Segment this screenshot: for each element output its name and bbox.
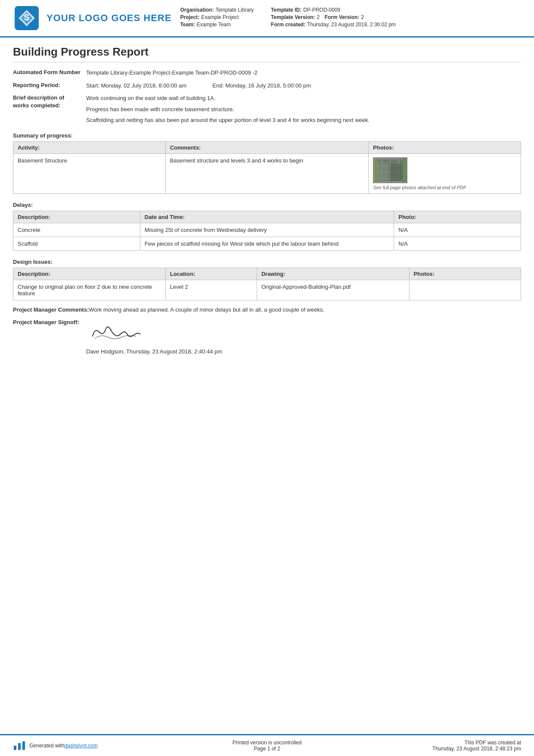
svg-rect-16 [14, 746, 16, 750]
pm-comments-row: Project Manager Comments: Work moving ah… [13, 306, 521, 313]
pm-signoff-label: Project Manager Signoff: [13, 319, 86, 325]
brief-line-2: Progress has been made with concrete bas… [86, 105, 521, 114]
delay-desc-0: Concrete [13, 223, 140, 237]
footer: Generated with dashpivot.com Printed ver… [0, 734, 534, 756]
photo-caption: See full page photos attached at end of … [373, 185, 466, 190]
summary-col-photos: Photos: [369, 141, 521, 153]
reporting-end: End: Monday, 16 July 2018, 5:00:00 pm [212, 81, 311, 90]
brief-desc-value: Work continuing on the east side wall of… [86, 94, 521, 125]
summary-activity: Basement Structure [13, 153, 166, 194]
form-created-value: Thursday, 23 August 2018, 2:36:02 pm [307, 22, 396, 28]
footer-page: Printed version is uncontrolled Page 1 o… [182, 740, 351, 752]
org-value: Template Library [215, 7, 254, 13]
footer-generated: Generated with dashpivot.com [13, 740, 182, 751]
team-label: Team: [180, 22, 195, 28]
reporting-period-label: Reporting Period: [13, 81, 86, 89]
footer-pdf-date: Thursday, 23 August 2018, 2:48:23 pm [352, 746, 521, 752]
footer-uncontrolled: Printed version is uncontrolled [182, 740, 351, 746]
delays-col-desc: Description: [13, 211, 140, 223]
header-meta-right: Template ID: DP-PROD-0009 Template Versi… [271, 7, 396, 28]
form-number-section: Automated Form Number Template Library-E… [13, 69, 521, 77]
footer-bar-chart-icon [13, 740, 26, 751]
brief-desc-label: Brief description of works completed: [13, 94, 86, 109]
svg-rect-17 [18, 743, 21, 750]
delays-title: Delays: [13, 202, 521, 208]
table-row: Concrete Missing 25t of concrete from We… [13, 223, 521, 237]
project-value: Example Project [201, 14, 239, 20]
footer-pdf-info: This PDF was created at Thursday, 23 Aug… [352, 740, 521, 752]
brief-desc-section: Brief description of works completed: Wo… [13, 94, 521, 125]
di-location-0: Level 2 [165, 280, 257, 300]
di-col-desc: Description: [13, 268, 166, 280]
report-title: Building Progress Report [13, 45, 521, 62]
reporting-period-section: Reporting Period: Start: Monday, 02 July… [13, 81, 521, 90]
di-col-photos: Photos: [409, 268, 521, 280]
delay-desc-1: Scaffold [13, 237, 140, 250]
project-label: Project: [180, 14, 199, 20]
reporting-start: Start: Monday, 02 July 2018, 8:00:00 am [86, 81, 186, 90]
header-meta: Organisation: Template Library Project: … [180, 4, 521, 32]
delays-col-photo: Photo: [394, 211, 521, 223]
table-row: Scaffold Few pieces of scaffold missing … [13, 237, 521, 250]
di-drawing-0: Original-Approved-Building-Plan.pdf [257, 280, 409, 300]
content: Building Progress Report Automated Form … [0, 37, 534, 734]
svg-rect-13 [390, 164, 403, 181]
delay-photo-1: N/A [394, 237, 521, 250]
header-meta-left: Organisation: Template Library Project: … [180, 7, 254, 28]
design-issues-table: Description: Location: Drawing: Photos: … [13, 268, 521, 300]
pm-comments-value: Work moving ahead as planned. A couple o… [89, 306, 521, 313]
svg-text:S: S [24, 12, 29, 22]
delay-date-0: Missing 25t of concrete from Wednesday d… [140, 223, 394, 237]
di-photos-0 [409, 280, 521, 300]
summary-photo-cell: See full page photos attached at end of … [369, 153, 521, 194]
template-version-label: Template Version: [271, 14, 315, 20]
pm-signoff-row: Project Manager Signoff: Dave Hodgson, T… [13, 319, 521, 355]
footer-page-label: Page 1 of 2 [182, 746, 351, 752]
summary-col-comments: Comments: [165, 141, 369, 153]
pm-signoff-name: Dave Hodgson, Thursday, 23 August 2018, … [86, 348, 222, 355]
form-number-label: Automated Form Number [13, 69, 86, 76]
pm-comments-label: Project Manager Comments: [13, 306, 89, 313]
table-row: Basement Structure Basement structure an… [13, 153, 521, 194]
reporting-period-value: Start: Monday, 02 July 2018, 8:00:00 am … [86, 81, 521, 90]
pm-comments-section: Project Manager Comments: Work moving ah… [13, 306, 521, 355]
delay-photo-0: N/A [394, 223, 521, 237]
form-created-label: Form created: [271, 22, 305, 28]
logo-area: S YOUR LOGO GOES HERE [13, 4, 171, 32]
svg-rect-14 [373, 157, 378, 183]
svg-rect-18 [22, 741, 25, 750]
signature-image [86, 319, 146, 345]
brief-line-1: Work continuing on the east side wall of… [86, 94, 521, 103]
summary-col-activity: Activity: [13, 141, 166, 153]
header: S YOUR LOGO GOES HERE Organisation: Temp… [0, 0, 534, 37]
form-number-value: Template Library-Example Project-Example… [86, 69, 521, 77]
footer-dashpivot-link[interactable]: dashpivot.com [64, 743, 97, 749]
table-row: Change to original plan on floor 2 due t… [13, 280, 521, 300]
svg-rect-15 [402, 157, 407, 183]
delays-table: Description: Date and Time: Photo: Concr… [13, 211, 521, 251]
di-col-location: Location: [165, 268, 257, 280]
delays-col-date: Date and Time: [140, 211, 394, 223]
template-id-value: DP-PROD-0009 [303, 7, 340, 13]
design-issues-title: Design Issues: [13, 259, 521, 265]
logo-icon: S [13, 4, 40, 32]
summary-title: Summary of progress: [13, 132, 521, 139]
footer-pdf-created: This PDF was created at [352, 740, 521, 746]
summary-comments: Basement structure and levels 3 and 4 wo… [165, 153, 369, 194]
form-version-label: Form Version: [325, 14, 360, 20]
template-version-value: 2 [317, 14, 320, 20]
template-id-label: Template ID: [271, 7, 301, 13]
logo-text: YOUR LOGO GOES HERE [47, 12, 171, 24]
building-photo [373, 157, 407, 183]
di-col-drawing: Drawing: [257, 268, 409, 280]
signature-svg [86, 319, 146, 345]
svg-rect-12 [377, 162, 388, 181]
delay-date-1: Few pieces of scaffold missing for West … [140, 237, 394, 250]
team-value: Example Team [197, 22, 231, 28]
form-version-value: 2 [361, 14, 364, 20]
org-label: Organisation: [180, 7, 214, 13]
summary-table: Activity: Comments: Photos: Basement Str… [13, 141, 521, 194]
brief-line-3: Scaffolding and netting has also been pu… [86, 116, 521, 125]
di-desc-0: Change to original plan on floor 2 due t… [13, 280, 166, 300]
footer-generated-text: Generated with [29, 743, 64, 749]
